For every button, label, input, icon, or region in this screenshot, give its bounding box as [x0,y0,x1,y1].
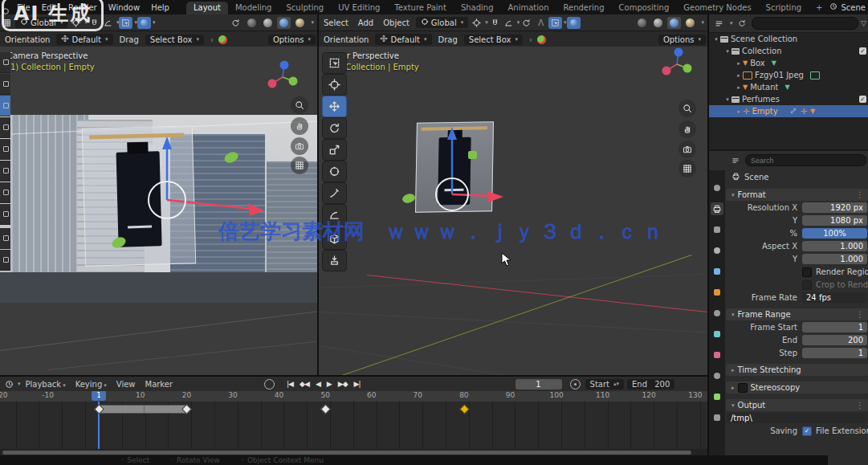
axis-navigation-gizmo[interactable] [265,59,300,95]
shading-wireframe-button[interactable] [635,17,649,29]
checkbox[interactable] [802,280,812,290]
snap-toggle-active[interactable] [548,17,562,29]
expand-icon[interactable]: › [206,35,218,44]
section-header-output[interactable]: ▾Output⋮ [726,399,868,411]
snap-magnet-toggle[interactable] [488,17,502,29]
timeline-menu-marker[interactable]: Marker [141,380,178,389]
collapse-icon[interactable]: ▾ [723,96,731,103]
section-header-stereoscopy[interactable]: ▸Stereoscopy [726,381,868,394]
snap-settings-dropdown[interactable] [502,17,516,29]
ortho-grid-icon[interactable] [679,160,696,177]
tab-layout[interactable]: Layout [186,2,228,14]
vpl-options-dropdown[interactable]: Options▾ [268,35,316,45]
property-tab-2[interactable] [711,223,723,236]
prop-value-field[interactable]: 1.000 [802,254,867,264]
drag-mode-dropdown[interactable]: Select Box▾ [145,35,204,45]
next-keyframe-button[interactable]: ▶◆ [336,380,350,388]
tool-move-button[interactable] [322,96,347,117]
property-tab-5[interactable] [711,286,723,299]
axis-navigation-gizmo[interactable] [659,47,695,82]
collection-checkbox[interactable]: ✓ [859,47,866,55]
proportional-edit-toggle[interactable] [119,17,132,29]
expand-icon[interactable]: ▸ [735,72,743,79]
outliner-item-empty[interactable]: ▸✛Empty✛▼ [709,105,868,117]
keyframe-50[interactable] [320,404,331,414]
prop-value-field[interactable]: 1920 px [802,202,867,213]
tool-cursor-button[interactable] [322,74,347,96]
current-frame-field[interactable]: 1 [516,379,562,390]
property-tab-4[interactable] [711,265,723,278]
preview-range-icon[interactable] [570,379,581,390]
timeline-menu-keying[interactable]: Keying▾ [71,380,112,389]
tab-rendering[interactable]: Rendering [556,2,611,14]
tab--[interactable]: + [809,2,829,14]
tab-animation[interactable]: Animation [501,2,556,14]
tab-shading[interactable]: Shading [454,2,501,14]
zoom-icon[interactable] [679,100,696,117]
shading-material-button[interactable] [277,17,291,29]
menu-help[interactable]: Help [145,3,175,12]
property-tab-11[interactable] [711,411,723,424]
section-menu-icon[interactable]: ⋮ [856,310,865,319]
tab-scripting[interactable]: Scripting [759,2,809,14]
tool-scale-button[interactable] [322,139,347,161]
prop-value-field-active[interactable]: 100% [802,228,867,239]
section-header-frame-range[interactable]: ▾Frame Range⋮ [726,308,868,320]
add-menu[interactable]: Add [353,18,378,27]
editor-type-clock-icon[interactable] [2,378,16,390]
output-path-field[interactable]: /tmp\ [727,413,867,423]
tool-transform-button[interactable] [322,161,347,182]
tool-annotate-button[interactable] [322,182,347,204]
properties-search-input[interactable] [745,154,866,166]
camera-view-icon[interactable] [679,141,696,158]
prop-dropdown[interactable]: 24 fps [802,292,867,303]
timeline-scrollbar[interactable] [0,449,707,455]
property-tab-10[interactable] [711,390,723,403]
tool-sliver[interactable] [0,204,10,225]
frame-start-field[interactable]: Start▴▾ [585,379,624,390]
timeline-tracks[interactable] [0,402,707,449]
property-tab-8[interactable] [711,349,723,361]
collection-checkbox[interactable]: ✓ [859,96,866,103]
play-reverse-button[interactable]: ◀ [313,380,323,388]
section-menu-icon[interactable]: ⋮ [856,190,865,199]
tool-select-box-button[interactable] [322,52,347,74]
expand-icon[interactable]: ▸ [735,84,743,91]
prop-value-field[interactable]: 1080 px [802,215,867,226]
vpl-content[interactable]: Camera Perspective (1) Collection | Empt… [0,47,317,375]
scene-selector[interactable]: Scene [841,3,866,12]
tool-add-cube-button[interactable] [322,228,347,250]
expand-icon[interactable]: ▸ [735,60,743,67]
tool-sliver[interactable] [0,74,10,95]
collapse-icon[interactable]: ▾ [712,36,720,43]
tool-orientation-dropdown[interactable]: Default▾ [375,34,431,45]
shading-solid-button[interactable] [651,17,665,29]
tab-geometry-nodes[interactable]: Geometry Nodes [676,2,758,14]
prop-value-field[interactable]: 1 [802,348,867,358]
tool-measure-button[interactable] [322,204,347,226]
drag-mode-dropdown[interactable]: Select Box▾ [464,35,523,45]
tab-compositing[interactable]: Compositing [612,2,677,14]
menu-window[interactable]: Window [103,3,145,12]
tool-rotate-button[interactable] [322,117,347,139]
tool-sliver[interactable] [0,228,10,249]
shading-rendered-button[interactable] [683,17,697,29]
tool-orientation-dropdown[interactable]: Default▾ [56,34,112,45]
outliner-item-scene-collection[interactable]: ▾Scene Collection [709,33,868,45]
tab-texture-paint[interactable]: Texture Paint [387,2,454,14]
shading-material-button[interactable] [667,17,681,29]
proportional-toggle-active[interactable] [567,17,581,29]
tool-sliver[interactable] [0,182,10,203]
vpr-orientation-dropdown[interactable]: Global▾ [416,17,468,28]
section-header-time-stretching[interactable]: ▸Time Stretching [726,364,868,376]
breadcrumb-scene[interactable]: Scene [744,173,769,182]
shading-wireframe-button[interactable] [245,17,259,29]
falloff-icon[interactable]: Λ [533,18,548,27]
property-tab-7[interactable] [711,328,723,341]
pan-hand-icon[interactable] [291,117,308,135]
shading-rendered-button[interactable] [293,17,307,29]
checkbox[interactable] [802,267,812,277]
tool-extrude-button[interactable] [322,250,347,271]
property-tab-9[interactable] [711,369,723,382]
move-gizmo[interactable] [76,120,277,253]
